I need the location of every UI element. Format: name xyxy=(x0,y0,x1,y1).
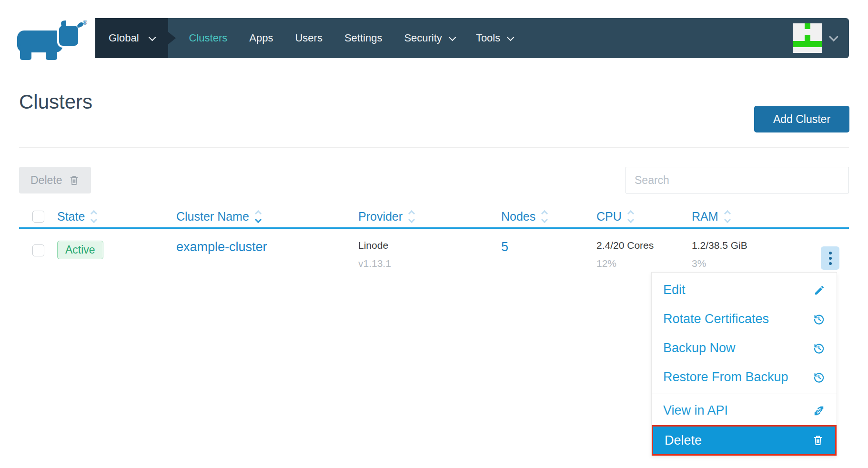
sort-icon xyxy=(542,211,547,222)
row-provider-cell: Linode v1.13.1 xyxy=(358,230,501,276)
column-label: Cluster Name xyxy=(176,210,249,224)
nav-apps[interactable]: Apps xyxy=(249,32,273,44)
rancher-cow-icon: ® xyxy=(16,19,88,60)
column-label: State xyxy=(57,210,85,224)
column-header-state[interactable]: State xyxy=(57,210,176,224)
kebab-menu-icon xyxy=(829,252,832,254)
chevron-down-icon xyxy=(507,33,515,41)
menu-item-delete[interactable]: Delete xyxy=(652,425,837,456)
nodes-count-link[interactable]: 5 xyxy=(501,240,508,254)
column-label: RAM xyxy=(692,210,718,224)
nav-items: Clusters Apps Users Settings Security To… xyxy=(189,32,513,44)
menu-item-view-in-api[interactable]: View in API xyxy=(652,396,837,425)
history-icon xyxy=(813,342,825,355)
rancher-logo[interactable]: ® xyxy=(16,19,88,60)
column-header-cpu[interactable]: CPU xyxy=(596,210,692,224)
row-state-cell: Active xyxy=(57,230,176,276)
nav-tools[interactable]: Tools xyxy=(476,32,512,44)
menu-item-backup-now[interactable]: Backup Now xyxy=(652,334,837,363)
nav-users[interactable]: Users xyxy=(295,32,322,44)
column-label: Nodes xyxy=(501,210,535,224)
user-area xyxy=(793,23,849,53)
select-all-cell xyxy=(19,211,57,223)
trash-icon xyxy=(69,175,80,186)
row-ram-cell: 1.2/38.5 GiB 3% xyxy=(692,230,811,276)
row-actions-button[interactable] xyxy=(821,246,839,270)
global-env-dropdown[interactable]: Global xyxy=(95,18,168,58)
pencil-icon xyxy=(814,285,825,296)
nav-security-label: Security xyxy=(404,32,442,44)
cpu-percent: 12% xyxy=(596,258,692,269)
sort-desc-icon xyxy=(256,211,261,222)
rancher-clusters-page: ® Global Clusters Apps Users Settings Se… xyxy=(0,0,868,468)
menu-item-label: Rotate Certificates xyxy=(663,312,769,326)
row-nodes-cell: 5 xyxy=(501,230,596,276)
search-input[interactable] xyxy=(626,167,849,193)
sort-icon xyxy=(628,211,633,222)
sort-icon xyxy=(725,211,730,222)
sort-icon xyxy=(409,211,414,222)
sort-icon xyxy=(91,211,96,222)
menu-item-edit[interactable]: Edit xyxy=(652,275,837,305)
column-header-cluster-name[interactable]: Cluster Name xyxy=(176,210,358,224)
page-title: Clusters xyxy=(19,91,92,113)
menu-item-label: Backup Now xyxy=(663,341,736,356)
provider-name: Linode xyxy=(358,240,501,251)
menu-item-label: View in API xyxy=(663,403,728,418)
menu-item-label: Edit xyxy=(663,283,686,297)
header-divider xyxy=(19,147,849,148)
nav-security[interactable]: Security xyxy=(404,32,454,44)
table-row: Active example-cluster Linode v1.13.1 5 … xyxy=(19,230,849,276)
menu-item-label: Restore From Backup xyxy=(663,370,788,385)
ram-percent: 3% xyxy=(692,258,811,269)
table-header: State Cluster Name Provider Nodes CPU RA… xyxy=(19,206,849,229)
nav-tools-label: Tools xyxy=(476,32,500,44)
history-icon xyxy=(813,371,825,384)
column-header-nodes[interactable]: Nodes xyxy=(501,210,596,224)
user-menu-chevron-icon[interactable] xyxy=(829,32,838,41)
menu-item-label: Delete xyxy=(665,433,702,448)
nav-clusters[interactable]: Clusters xyxy=(189,32,228,44)
menu-item-rotate-certificates[interactable]: Rotate Certificates xyxy=(652,305,837,334)
column-label: CPU xyxy=(596,210,622,224)
nav-settings[interactable]: Settings xyxy=(344,32,383,44)
column-header-ram[interactable]: RAM xyxy=(692,210,811,224)
cluster-name-link[interactable]: example-cluster xyxy=(176,240,267,254)
column-header-provider[interactable]: Provider xyxy=(358,210,501,224)
trash-icon xyxy=(812,435,824,446)
row-name-cell: example-cluster xyxy=(176,230,358,276)
menu-divider xyxy=(652,394,837,394)
row-select-cell xyxy=(19,230,57,276)
select-all-checkbox[interactable] xyxy=(32,211,44,223)
chevron-down-icon xyxy=(148,33,156,41)
row-actions-menu: Edit Rotate Certificates Backup Now Rest… xyxy=(651,272,837,456)
add-cluster-button[interactable]: Add Cluster xyxy=(754,106,849,132)
history-icon xyxy=(813,313,825,326)
state-badge: Active xyxy=(57,241,103,259)
row-cpu-cell: 2.4/20 Cores 12% xyxy=(596,230,692,276)
global-label: Global xyxy=(109,32,139,44)
external-link-icon xyxy=(813,405,825,417)
user-avatar[interactable] xyxy=(793,23,822,53)
cpu-usage: 2.4/20 Cores xyxy=(596,240,692,251)
svg-text:®: ® xyxy=(83,20,87,26)
menu-item-restore-from-backup[interactable]: Restore From Backup xyxy=(652,363,837,392)
provider-version: v1.13.1 xyxy=(358,258,501,269)
row-checkbox[interactable] xyxy=(32,244,44,256)
chevron-down-icon xyxy=(449,33,456,41)
top-navbar: Global Clusters Apps Users Settings Secu… xyxy=(95,18,849,58)
bulk-delete-button[interactable]: Delete xyxy=(19,167,91,193)
ram-usage: 1.2/38.5 GiB xyxy=(692,240,811,251)
bulk-delete-label: Delete xyxy=(30,174,62,187)
column-label: Provider xyxy=(358,210,403,224)
